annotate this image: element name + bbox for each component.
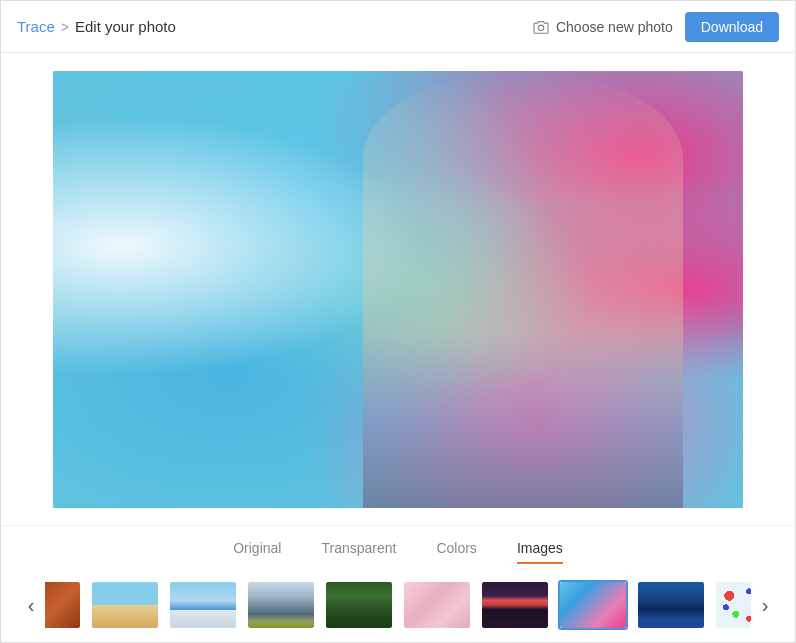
thumbnail-confetti[interactable] xyxy=(714,580,751,630)
tab-images[interactable]: Images xyxy=(517,540,563,564)
thumbnails-list xyxy=(45,580,751,630)
download-button[interactable]: Download xyxy=(685,12,779,42)
image-area xyxy=(1,53,795,525)
main-image xyxy=(53,71,743,508)
thumbnail-mountain-blue-image xyxy=(170,582,236,628)
thumbnail-ocean-image xyxy=(638,582,704,628)
thumbnail-gradient[interactable] xyxy=(558,580,628,630)
tab-transparent[interactable]: Transparent xyxy=(321,540,396,564)
header-right: Choose new photo Download xyxy=(532,12,779,42)
thumbnail-pink[interactable] xyxy=(402,580,472,630)
thumbnail-gradient-image xyxy=(560,582,626,628)
thumbnail-beach[interactable] xyxy=(90,580,160,630)
thumbnails-row: ‹ xyxy=(1,574,795,642)
thumbnail-citynight[interactable] xyxy=(480,580,550,630)
thumbnail-mountains[interactable] xyxy=(246,580,316,630)
svg-point-0 xyxy=(538,25,543,30)
thumbnail-forest-image xyxy=(326,582,392,628)
breadcrumb-separator: > xyxy=(61,19,69,35)
thumbnail-brick[interactable] xyxy=(45,580,82,630)
header: Trace > Edit your photo Choose new photo… xyxy=(1,1,795,53)
thumbnail-mountains-image xyxy=(248,582,314,628)
camera-icon xyxy=(532,20,550,34)
thumbnail-pink-image xyxy=(404,582,470,628)
tab-original[interactable]: Original xyxy=(233,540,281,564)
next-thumbnail-button[interactable]: › xyxy=(751,591,779,619)
tabs-section: Original Transparent Colors Images xyxy=(1,525,795,574)
thumbnail-forest[interactable] xyxy=(324,580,394,630)
breadcrumb: Trace > Edit your photo xyxy=(17,18,532,35)
breadcrumb-trace-link[interactable]: Trace xyxy=(17,18,55,35)
tab-colors[interactable]: Colors xyxy=(436,540,476,564)
person-silhouette xyxy=(363,71,683,508)
breadcrumb-current: Edit your photo xyxy=(75,18,176,35)
thumbnail-beach-image xyxy=(92,582,158,628)
thumbnail-mountain-blue[interactable] xyxy=(168,580,238,630)
choose-photo-label: Choose new photo xyxy=(556,19,673,35)
choose-new-photo-button[interactable]: Choose new photo xyxy=(532,19,673,35)
thumbnail-ocean[interactable] xyxy=(636,580,706,630)
app-container: Trace > Edit your photo Choose new photo… xyxy=(0,0,796,643)
prev-thumbnail-button[interactable]: ‹ xyxy=(17,591,45,619)
thumbnail-citynight-image xyxy=(482,582,548,628)
thumbnail-confetti-image xyxy=(716,582,751,628)
thumbnail-brick-image xyxy=(45,582,80,628)
